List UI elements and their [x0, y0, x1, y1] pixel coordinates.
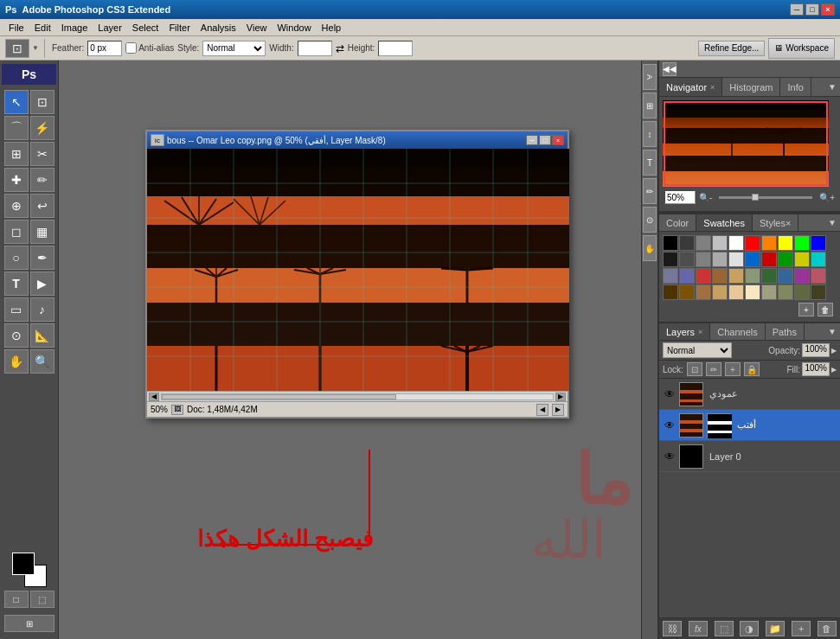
swatches-panel-options[interactable]: ▼ [824, 218, 840, 227]
tab-info[interactable]: Info [780, 78, 811, 96]
opacity-dropdown-icon[interactable]: ▶ [831, 347, 837, 355]
lasso-tool[interactable]: ⌒ [4, 116, 29, 140]
swatch-3-4[interactable] [712, 268, 728, 284]
scroll-left-btn[interactable]: ◀ [149, 393, 159, 401]
layer-visibility-layer0[interactable]: 👁 [663, 450, 676, 463]
strip-btn-2[interactable]: ⊞ [643, 93, 657, 118]
shape-tool[interactable]: ▭ [4, 297, 29, 322]
height-input[interactable] [378, 41, 413, 56]
marquee-tool-btn[interactable]: ⊡ [5, 39, 29, 58]
strip-btn-3[interactable]: ↕ [643, 121, 657, 147]
feather-input[interactable] [87, 41, 122, 56]
screen-mode-btn[interactable]: ⊞ [4, 615, 55, 632]
hand-tool[interactable]: ✋ [4, 349, 29, 374]
zoom-tool[interactable]: 🔍 [30, 349, 55, 374]
styles-close-icon[interactable]: × [785, 218, 791, 228]
tab-layers[interactable]: Layers × [659, 323, 710, 340]
swatch-3-3[interactable] [696, 268, 711, 284]
new-swatch-btn[interactable]: + [798, 303, 814, 316]
lock-move-btn[interactable]: + [725, 362, 741, 376]
strip-btn-6[interactable]: ⊙ [643, 207, 657, 233]
menu-help[interactable]: Help [317, 21, 347, 35]
swatch-4-8[interactable] [778, 284, 793, 300]
doc-close-btn[interactable]: × [552, 135, 564, 145]
swatch-3-10[interactable] [811, 268, 826, 284]
swatch-blue[interactable] [811, 235, 826, 251]
swatch-3-6[interactable] [745, 268, 760, 284]
layer-row-layer0[interactable]: 👁 Layer 0 [659, 441, 840, 472]
swatch-4-9[interactable] [794, 284, 810, 300]
swatch-2-5[interactable] [728, 252, 744, 267]
add-mask-btn[interactable]: ⬚ [715, 621, 734, 636]
swatch-2-4[interactable] [712, 252, 728, 267]
tab-swatches[interactable]: Swatches [696, 214, 753, 231]
swatch-3-9[interactable] [794, 268, 810, 284]
history-brush[interactable]: ↩ [30, 194, 55, 218]
swatch-midgreen[interactable] [778, 252, 793, 267]
menu-filter[interactable]: Filter [164, 21, 195, 35]
menu-image[interactable]: Image [56, 21, 93, 35]
delete-swatch-btn[interactable]: 🗑 [818, 303, 833, 316]
opacity-value[interactable]: 100% [802, 343, 830, 357]
swatch-black[interactable] [663, 235, 678, 251]
swatch-4-1[interactable] [663, 284, 678, 300]
swatch-red[interactable] [745, 235, 760, 251]
antialias-checkbox[interactable] [125, 42, 137, 54]
layers-panel-options[interactable]: ▼ [824, 327, 840, 336]
menu-window[interactable]: Window [272, 21, 316, 35]
tab-color[interactable]: Color [659, 214, 696, 231]
strip-btn-7[interactable]: ✋ [643, 235, 657, 261]
horizontal-scrollbar[interactable]: ◀ ▶ [147, 391, 567, 401]
status-arrow-right[interactable]: ▶ [552, 404, 564, 416]
zoom-value-input[interactable] [664, 190, 696, 204]
standard-mode-btn[interactable]: □ [4, 591, 29, 608]
scroll-track[interactable] [161, 393, 554, 400]
brush-tool[interactable]: ✏ [30, 168, 55, 192]
pen-tool[interactable]: ✒ [30, 246, 55, 270]
new-group-btn[interactable]: 📁 [766, 621, 785, 636]
gradient-tool[interactable]: ▦ [30, 220, 55, 244]
notes-tool[interactable]: ♪ [30, 297, 55, 322]
doc-maximize-btn[interactable]: □ [539, 135, 551, 145]
swatch-4-2[interactable] [679, 284, 695, 300]
tab-styles[interactable]: Styles × [753, 214, 798, 231]
tab-paths[interactable]: Paths [766, 323, 805, 340]
new-layer-btn[interactable]: + [792, 621, 811, 636]
delete-layer-btn[interactable]: 🗑 [818, 621, 837, 636]
fill-value[interactable]: 100% [802, 362, 830, 376]
heal-tool[interactable]: ✚ [4, 168, 29, 192]
eyedropper-tool[interactable]: ⊙ [4, 323, 29, 348]
quickmask-mode-btn[interactable]: ⬚ [30, 591, 55, 608]
strip-btn-1[interactable]: A [643, 64, 657, 90]
layer-visibility-aftab[interactable]: 👁 [663, 419, 676, 432]
lock-transparent-btn[interactable]: ⊡ [687, 362, 702, 376]
swatch-4-6[interactable] [745, 284, 760, 300]
layer-visibility-omodi[interactable]: 👁 [663, 387, 676, 401]
swatch-teal[interactable] [811, 252, 826, 267]
width-input[interactable] [298, 41, 332, 56]
swatch-4-10[interactable] [811, 284, 826, 300]
status-icon[interactable]: 🖼 [171, 405, 183, 415]
blend-mode-select[interactable]: Normal Multiply Screen Overlay [663, 342, 732, 358]
swatch-2-1[interactable] [663, 252, 678, 267]
stamp-tool[interactable]: ⊕ [4, 194, 29, 218]
swatch-3-8[interactable] [778, 268, 793, 284]
crop-tool[interactable]: ⊞ [4, 142, 29, 166]
tab-channels[interactable]: Channels [710, 323, 765, 340]
swatch-3-7[interactable] [761, 268, 777, 284]
swatch-4-5[interactable] [728, 284, 744, 300]
scroll-right-btn[interactable]: ▶ [555, 393, 566, 401]
layer-fx-btn[interactable]: fx [689, 621, 708, 636]
maximize-button[interactable]: □ [805, 3, 819, 16]
layer-row-aftab[interactable]: 👁 [659, 410, 840, 441]
layer-row-omodi[interactable]: 👁 عمودي [659, 379, 840, 410]
swatch-3-1[interactable] [663, 268, 678, 284]
doc-minimize-btn[interactable]: ─ [526, 135, 538, 145]
swatch-4-7[interactable] [761, 284, 777, 300]
swatch-4-3[interactable] [696, 284, 711, 300]
swatch-orange[interactable] [761, 235, 777, 251]
swatch-darkyellow[interactable] [794, 252, 810, 267]
lock-all-btn[interactable]: 🔒 [744, 362, 760, 376]
nav-panel-options[interactable]: ▼ [824, 82, 840, 92]
selection-tool[interactable]: ⊡ [30, 90, 55, 114]
